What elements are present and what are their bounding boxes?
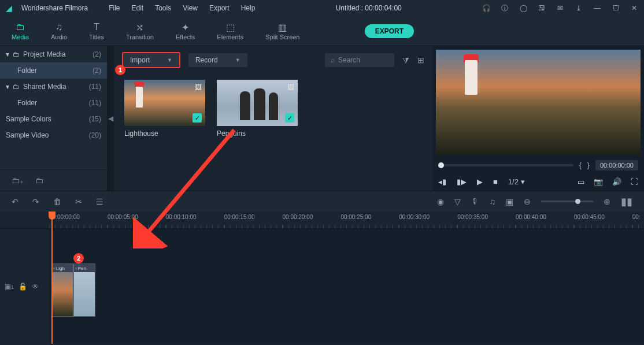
info-icon[interactable]: ⓘ (501, 4, 509, 12)
tab-audio[interactable]: ♫Audio (51, 22, 67, 40)
chevron-down-icon: ▼ (235, 57, 240, 63)
visibility-icon[interactable]: 👁 (32, 283, 39, 291)
mail-icon[interactable]: ✉ (556, 4, 564, 12)
media-item-penguins[interactable]: 🖼 ✓ Penguins (217, 80, 298, 138)
track-video-icon[interactable]: ▣1 (5, 283, 14, 291)
prev-frame-icon[interactable]: ◂▮ (438, 177, 446, 186)
volume-icon[interactable]: 🔊 (612, 177, 621, 186)
playhead[interactable] (51, 212, 53, 344)
sidebar-item-folder[interactable]: Folder(2) (0, 62, 107, 79)
folder-icon: 🗀 (13, 50, 20, 58)
bracket-out[interactable]: } (587, 161, 590, 169)
preview-panel: { } 00:00:00:00 ◂▮ ▮▶ ▶ ■ 1/2 ▾ ▭ 📷 🔊 ⛶ (432, 46, 644, 191)
sidebar-item-sample-colors[interactable]: Sample Colors(15) (0, 111, 107, 127)
title-icons: 🎧 ⓘ ◯ 🖫 ✉ ⤓ — ☐ ✕ (482, 4, 638, 12)
play-icon[interactable]: ▶ (477, 177, 483, 186)
cut-icon[interactable]: ✂ (75, 197, 82, 206)
headset-icon[interactable]: 🎧 (482, 4, 490, 12)
tab-media[interactable]: 🗀Media (12, 22, 29, 40)
display-icon[interactable]: ▭ (578, 177, 584, 186)
preview-scrubber: { } 00:00:00:00 (432, 158, 644, 172)
scrub-handle[interactable] (438, 162, 444, 168)
document-title: Untitled : 00:00:04:00 (264, 4, 473, 12)
render-icon[interactable]: ◉ (437, 197, 444, 206)
settings-icon[interactable]: ☰ (96, 197, 103, 206)
callout-badge-1: 1 (115, 65, 125, 75)
tab-titles[interactable]: TTitles (89, 22, 104, 40)
media-item-lighthouse[interactable]: 🖼 ✓ Lighthouse (124, 80, 205, 138)
zoom-out-icon[interactable]: ⊖ (524, 197, 531, 206)
new-folder-icon[interactable]: 🗀₊ (12, 176, 24, 185)
step-back-icon[interactable]: ▮▶ (457, 177, 467, 186)
timeline-clip-penguins[interactable]: ▫Pen (73, 264, 95, 317)
close-icon[interactable]: ✕ (630, 4, 638, 12)
menu-edit[interactable]: Edit (132, 4, 144, 12)
media-thumbnails: 🖼 ✓ Lighthouse 🖼 ✓ Penguins (114, 74, 432, 143)
track-body[interactable]: 2 ▫Ligh ▫Pen (49, 229, 644, 344)
image-type-icon: 🖼 (195, 83, 202, 91)
mixer-icon[interactable]: ♫ (490, 197, 496, 206)
filter-icon[interactable]: ⧩ (402, 55, 409, 65)
check-icon: ✓ (285, 113, 294, 123)
speed-dropdown[interactable]: 1/2 ▾ (508, 177, 525, 186)
crop-icon[interactable]: ▣ (506, 197, 513, 206)
image-icon: ▫ (53, 266, 55, 271)
record-dropdown[interactable]: Record▼ (188, 53, 247, 67)
tab-elements[interactable]: ⬚Elements (217, 22, 243, 40)
save-icon[interactable]: 🖫 (538, 4, 546, 12)
menu-file[interactable]: File (109, 4, 120, 12)
sidebar-item-shared-media[interactable]: ▾🗀Shared Media(11) (0, 79, 107, 95)
snapshot-icon[interactable]: 📷 (594, 177, 603, 186)
user-icon[interactable]: ◯ (519, 4, 527, 12)
media-sidebar: ▾🗀Project Media(2) Folder(2) ▾🗀Shared Me… (0, 46, 107, 191)
zoom-slider[interactable] (541, 201, 593, 202)
chevron-down-icon: ▾ (6, 83, 9, 91)
media-label: Penguins (217, 129, 298, 138)
menu-tools[interactable]: Tools (155, 4, 171, 12)
collapse-sidebar-button[interactable]: ◀ (107, 46, 114, 191)
zoom-in-icon[interactable]: ⊕ (604, 197, 610, 206)
grid-view-icon[interactable]: ⊞ (417, 55, 424, 65)
sidebar-item-sample-video[interactable]: Sample Video(20) (0, 127, 107, 143)
sidebar-item-shared-folder[interactable]: Folder(11) (0, 95, 107, 111)
tab-effects[interactable]: ✦Effects (176, 22, 195, 40)
marker-icon[interactable]: ▽ (454, 197, 461, 206)
preview-viewport (436, 50, 641, 155)
tab-splitscreen[interactable]: ▥Split Screen (265, 22, 299, 40)
menu-view[interactable]: View (183, 4, 198, 12)
track-header: ▣1 🔓 👁 (0, 229, 49, 344)
folder-outline-icon[interactable]: 🗀 (35, 176, 43, 185)
timeline-view-icon[interactable]: ▮▮ (621, 195, 632, 208)
menu-help[interactable]: Help (241, 4, 256, 12)
export-button[interactable]: EXPORT (365, 24, 414, 38)
download-icon[interactable]: ⤓ (575, 4, 583, 12)
search-input[interactable]: ⌕Search (325, 53, 394, 67)
timeline-clip-lighthouse[interactable]: ▫Ligh (51, 264, 73, 317)
maximize-icon[interactable]: ☐ (612, 4, 620, 12)
delete-icon[interactable]: 🗑 (53, 197, 61, 206)
callout-badge-2: 2 (73, 253, 84, 264)
tab-transition[interactable]: ⤭Transition (126, 22, 154, 40)
media-library: Import▼ 1 Record▼ ⌕Search ⧩ ⊞ 🖼 ✓ Lighth… (114, 46, 432, 191)
bracket-in[interactable]: { (579, 161, 582, 169)
timeline-ruler[interactable]: 00:00:00:00 00:00:05:00 00:00:10:00 00:0… (0, 212, 644, 229)
fullscreen-icon[interactable]: ⛶ (631, 177, 638, 186)
import-dropdown[interactable]: Import▼ (122, 52, 180, 68)
text-icon: T (94, 22, 99, 32)
sidebar-item-project-media[interactable]: ▾🗀Project Media(2) (0, 46, 107, 62)
scrub-track[interactable] (438, 164, 573, 166)
minimize-icon[interactable]: — (593, 4, 601, 12)
search-icon: ⌕ (331, 56, 335, 64)
lock-icon[interactable]: 🔓 (18, 283, 27, 291)
zoom-handle[interactable] (575, 199, 580, 204)
sidebar-footer: 🗀₊ 🗀 (0, 169, 107, 191)
stop-icon[interactable]: ■ (493, 177, 498, 186)
voiceover-icon[interactable]: 🎙 (471, 197, 479, 206)
redo-icon[interactable]: ↷ (32, 197, 39, 206)
sparkle-icon: ✦ (182, 22, 189, 32)
library-toolbar: Import▼ 1 Record▼ ⌕Search ⧩ ⊞ (114, 46, 432, 74)
undo-icon[interactable]: ↶ (12, 197, 18, 206)
main-area: ▾🗀Project Media(2) Folder(2) ▾🗀Shared Me… (0, 46, 644, 191)
menu-export[interactable]: Export (209, 4, 230, 12)
app-name: Wondershare Filmora (21, 4, 88, 12)
